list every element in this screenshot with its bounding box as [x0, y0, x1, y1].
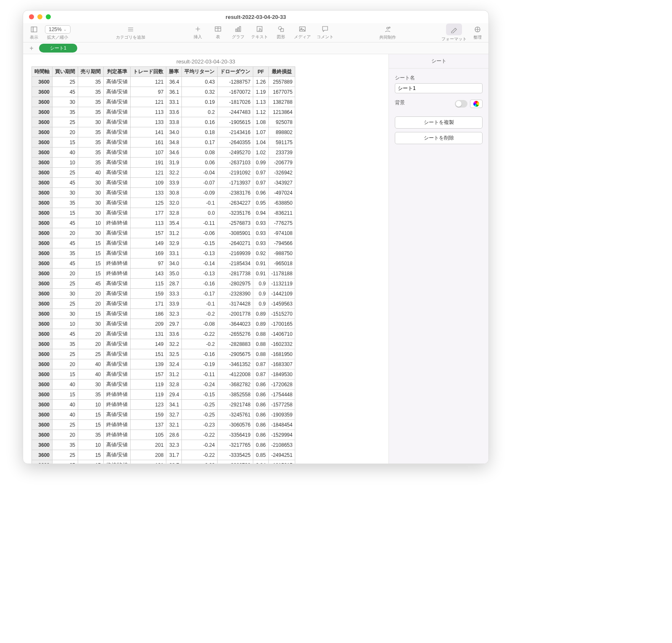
cell[interactable]: 0.06: [182, 158, 218, 168]
cell[interactable]: 40: [78, 359, 104, 369]
cell[interactable]: 1.07: [253, 127, 268, 137]
cell[interactable]: 1.19: [253, 87, 268, 97]
table-row[interactable]: 36003030高値/安値13330.8-0.09-23831760.96-49…: [32, 188, 295, 198]
cell[interactable]: -0.22: [182, 430, 218, 440]
cell[interactable]: 101: [131, 460, 166, 464]
cell[interactable]: -0.23: [182, 420, 218, 430]
cell[interactable]: 15: [78, 238, 104, 248]
cell[interactable]: 171: [131, 299, 166, 309]
table-row[interactable]: 36003510高値/安値20132.3-0.24-32177650.86-21…: [32, 440, 295, 450]
cell[interactable]: -2817738: [218, 269, 253, 279]
cell[interactable]: 32.3: [166, 440, 182, 450]
add-sheet-button[interactable]: +: [27, 45, 36, 52]
table-row[interactable]: 36004535高値/安値9736.10.32-16700721.1916770…: [32, 87, 295, 97]
cell[interactable]: 10: [78, 218, 104, 228]
table-row[interactable]: 36004515終値/終値9734.0-0.14-21854340.91-965…: [32, 258, 295, 269]
cell[interactable]: 0.87: [253, 359, 268, 369]
cell[interactable]: 34.1: [166, 400, 182, 410]
delete-sheet-button[interactable]: シートを削除: [395, 132, 483, 144]
cell[interactable]: 31.2: [166, 228, 182, 238]
cell[interactable]: 35: [52, 339, 78, 349]
cell[interactable]: -1817026: [218, 97, 253, 107]
cell[interactable]: -1529994: [268, 430, 295, 440]
cell[interactable]: 157: [131, 369, 166, 379]
cell[interactable]: -326942: [268, 168, 295, 178]
table-row[interactable]: 36003520高値/安値14932.2-0.2-28288830.88-160…: [32, 339, 295, 349]
cell[interactable]: 0.93: [253, 218, 268, 228]
cell[interactable]: 0.32: [182, 87, 218, 97]
table-row[interactable]: 36003515終値/終値10128.7-0.29-32827380.84-18…: [32, 460, 295, 464]
cell[interactable]: 高値/安値: [104, 168, 131, 178]
cell[interactable]: 137: [131, 420, 166, 430]
table-row[interactable]: 36002545高値/安値11528.7-0.16-28029750.9-113…: [32, 279, 295, 289]
cell[interactable]: 45: [52, 218, 78, 228]
cell[interactable]: -3461352: [218, 359, 253, 369]
cell[interactable]: 3600: [32, 349, 52, 359]
table-row[interactable]: 36004015高値/安値15932.7-0.25-32457610.86-19…: [32, 410, 295, 420]
cell[interactable]: 15: [78, 269, 104, 279]
cell[interactable]: 15: [78, 460, 104, 464]
cell[interactable]: 30: [78, 198, 104, 208]
cell[interactable]: 0.86: [253, 400, 268, 410]
cell[interactable]: 32.8: [166, 379, 182, 390]
cell[interactable]: 0.16: [182, 117, 218, 127]
cell[interactable]: -2576873: [218, 218, 253, 228]
cell[interactable]: 0.87: [253, 369, 268, 379]
cell[interactable]: 高値/安値: [104, 117, 131, 127]
cell[interactable]: 40: [78, 369, 104, 379]
cell[interactable]: 35: [52, 198, 78, 208]
cell[interactable]: 3600: [32, 178, 52, 188]
cell[interactable]: 0.18: [182, 127, 218, 137]
cell[interactable]: 3600: [32, 158, 52, 168]
cell[interactable]: 20: [78, 299, 104, 309]
cell[interactable]: 35: [78, 107, 104, 117]
column-header[interactable]: 勝率: [166, 67, 182, 77]
cell[interactable]: 31.9: [166, 158, 182, 168]
cell[interactable]: -0.09: [182, 188, 218, 198]
table-row[interactable]: 36002515高値/安値20831.7-0.22-33354250.85-24…: [32, 450, 295, 460]
cell[interactable]: -0.16: [182, 279, 218, 289]
cell[interactable]: 3600: [32, 117, 52, 127]
cell[interactable]: 0.86: [253, 390, 268, 400]
cell[interactable]: 0.94: [253, 208, 268, 218]
cell[interactable]: 34.6: [166, 148, 182, 158]
cell[interactable]: 209: [131, 319, 166, 329]
cell[interactable]: 3600: [32, 279, 52, 289]
cell[interactable]: 25: [52, 77, 78, 87]
cell[interactable]: 35: [78, 137, 104, 148]
cell[interactable]: 25: [52, 299, 78, 309]
cell[interactable]: 1677075: [268, 87, 295, 97]
cell[interactable]: 3600: [32, 299, 52, 309]
cell[interactable]: -965018: [268, 258, 295, 269]
cell[interactable]: 28.7: [166, 460, 182, 464]
cell[interactable]: 35: [78, 77, 104, 87]
cell[interactable]: 29.4: [166, 390, 182, 400]
cell[interactable]: 15: [52, 208, 78, 218]
cell[interactable]: 33.6: [166, 329, 182, 339]
cell[interactable]: 高値/安値: [104, 228, 131, 238]
cell[interactable]: 109: [131, 178, 166, 188]
media-button[interactable]: メディア: [294, 25, 311, 40]
cell[interactable]: -2169939: [218, 248, 253, 258]
cell[interactable]: 15: [52, 369, 78, 379]
cell[interactable]: 0.93: [253, 238, 268, 248]
cell[interactable]: 34.0: [166, 127, 182, 137]
cell[interactable]: 15: [78, 410, 104, 420]
cell[interactable]: -497024: [268, 188, 295, 198]
cell[interactable]: 45: [52, 329, 78, 339]
cell[interactable]: -1683307: [268, 359, 295, 369]
cell[interactable]: 30: [78, 228, 104, 238]
cell[interactable]: -0.14: [182, 258, 218, 269]
cell[interactable]: 0.9: [253, 279, 268, 289]
cell[interactable]: -0.04: [182, 168, 218, 178]
cell[interactable]: 30: [52, 309, 78, 319]
cell[interactable]: 高値/安値: [104, 289, 131, 299]
cell[interactable]: 高値/安値: [104, 379, 131, 390]
cell[interactable]: 15: [78, 309, 104, 319]
organize-button[interactable]: 整理: [470, 23, 485, 42]
cell[interactable]: 0.92: [253, 248, 268, 258]
cell[interactable]: -974108: [268, 228, 295, 238]
cell[interactable]: 191: [131, 158, 166, 168]
cell[interactable]: 113: [131, 218, 166, 228]
cell[interactable]: 143: [131, 269, 166, 279]
